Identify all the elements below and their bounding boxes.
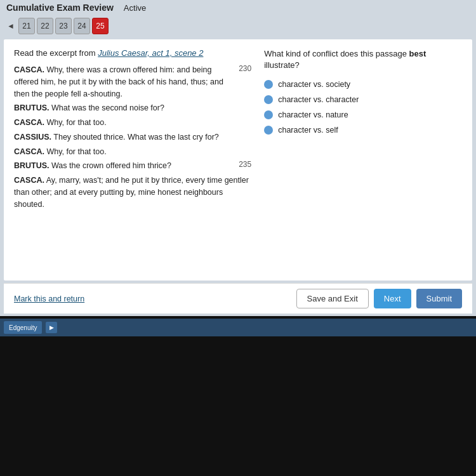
radio-3[interactable] (264, 110, 273, 119)
passage-line-7: CASCA. Ay, marry, was't; and he put it b… (14, 175, 251, 210)
page-btn-23[interactable]: 23 (55, 18, 72, 34)
screen-wrapper: Cumulative Exam Review Active ◄ 21 22 23… (0, 0, 476, 476)
radio-2[interactable] (264, 95, 273, 104)
passage-line-3: CASCA. Why, for that too. (14, 117, 251, 129)
question-area: Read the excerpt from Julius Caesar, act… (4, 39, 472, 281)
active-badge: Active (124, 3, 146, 13)
save-exit-button[interactable]: Save and Exit (296, 289, 369, 308)
question-text: What kind of conflict does this passage … (264, 48, 462, 71)
passage-title: Read the excerpt from Julius Caesar, act… (14, 48, 251, 58)
passage-source-link[interactable]: Julius Caesar, act 1, scene 2 (98, 48, 203, 58)
submit-button[interactable]: Submit (416, 289, 462, 308)
answer-option-2[interactable]: character vs. character (264, 95, 462, 104)
passage-line-6: BRUTUS. Was the crown offered him thrice… (14, 160, 251, 172)
page-btn-22[interactable]: 22 (37, 18, 53, 34)
exam-title: Cumulative Exam Review (6, 3, 114, 13)
passage-line-2: BRUTUS. What was the second noise for? (14, 102, 251, 114)
answer-option-1[interactable]: character vs. society (264, 80, 462, 89)
mark-return-link[interactable]: Mark this and return (14, 294, 84, 303)
taskbar-app-label[interactable]: Edgenuity (4, 321, 42, 334)
taskbar: Edgenuity ▶ (0, 319, 476, 336)
exam-container: Cumulative Exam Review Active ◄ 21 22 23… (0, 0, 476, 316)
passage-line-4: CASSIUS. They shouted thrice. What was t… (14, 131, 251, 143)
radio-1[interactable] (264, 80, 273, 89)
page-arrow-left[interactable]: ◄ (5, 19, 17, 33)
option-text-4: character vs. self (278, 126, 338, 135)
answer-option-3[interactable]: character vs. nature (264, 110, 462, 119)
page-btn-25[interactable]: 25 (92, 18, 109, 34)
option-text-3: character vs. nature (278, 110, 348, 119)
action-buttons: Save and Exit Next Submit (296, 289, 462, 308)
next-button[interactable]: Next (374, 289, 411, 308)
option-text-1: character vs. society (278, 80, 350, 89)
passage-line-1: CASCA. Why, there was a crown offered hi… (14, 64, 251, 100)
answer-option-4[interactable]: character vs. self (264, 126, 462, 135)
radio-4[interactable] (264, 126, 273, 135)
passage-line-5: CASCA. Why, for that too. (14, 146, 251, 158)
bottom-bar: Mark this and return Save and Exit Next … (4, 283, 472, 314)
left-pane: Read the excerpt from Julius Caesar, act… (14, 48, 251, 272)
right-pane: What kind of conflict does this passage … (264, 48, 462, 272)
pagination: ◄ 21 22 23 24 25 (0, 15, 476, 37)
dark-area (0, 336, 476, 476)
page-btn-21[interactable]: 21 (18, 18, 35, 34)
taskbar-play-button[interactable]: ▶ (46, 322, 57, 333)
page-btn-24[interactable]: 24 (74, 18, 90, 34)
top-bar: Cumulative Exam Review Active (0, 0, 476, 15)
option-text-2: character vs. character (278, 95, 359, 104)
